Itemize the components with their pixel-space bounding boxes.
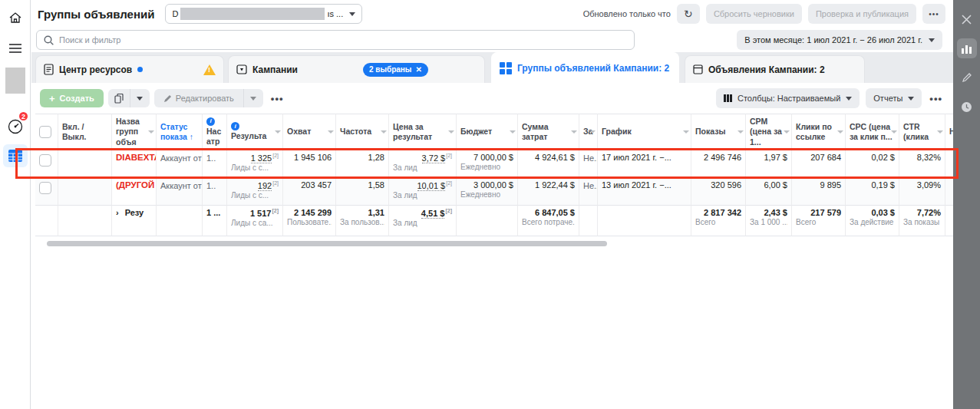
tab-ad-sets[interactable]: Группы объявлений Кампании: 2 [491, 52, 679, 83]
tab-label: Группы объявлений Кампании: 2 [517, 63, 669, 74]
home-icon[interactable] [0, 5, 31, 31]
col-header-results[interactable]: iРезульта [227, 114, 283, 150]
warning-icon [203, 64, 216, 75]
refresh-button[interactable]: ↻ [677, 4, 700, 24]
value[interactable]: (ДРУГОЙ ОФФЕР IT) [116, 180, 152, 191]
pencil-icon[interactable] [957, 68, 977, 87]
tab-ads[interactable]: Объявления Кампании: 2 [685, 55, 865, 83]
create-button[interactable]: + Создать [40, 89, 104, 107]
sort-caret-icon[interactable] [571, 130, 577, 134]
selected-count-pill[interactable]: 2 выбраны ✕ [363, 63, 428, 77]
table-icon[interactable] [3, 144, 28, 167]
discard-drafts-button[interactable]: Сбросить черновики [706, 4, 802, 24]
cell-end: Не... [579, 178, 598, 206]
col-header-end[interactable]: За [579, 114, 598, 150]
sort-caret-icon[interactable] [275, 130, 281, 134]
sort-caret-icon[interactable] [937, 130, 943, 134]
gauge-icon[interactable]: 2 [0, 114, 31, 140]
sort-caret-icon[interactable] [381, 130, 387, 134]
value: Не... [583, 180, 593, 191]
col-header-impressions[interactable]: Показы [691, 114, 746, 150]
value-sublabel: За показы [903, 218, 941, 226]
menu-icon[interactable] [0, 35, 31, 61]
row-checkbox[interactable] [39, 154, 51, 167]
col-label: CPC (цена за клик п... [850, 122, 895, 142]
info-icon[interactable]: i [231, 122, 239, 130]
col-header-cpr[interactable]: Цена за результат [389, 114, 457, 150]
sort-caret-icon[interactable] [737, 130, 744, 134]
tab-resource-center[interactable]: Центр ресурсов [35, 55, 224, 83]
col-header-freq[interactable]: Частота [336, 114, 389, 150]
pill-close-icon[interactable]: ✕ [415, 65, 421, 74]
pencil-icon [163, 94, 172, 103]
account-dropdown[interactable]: D ıs ... [165, 4, 362, 24]
value: 0,03 $ [850, 208, 895, 217]
search-box[interactable] [36, 30, 635, 50]
close-icon[interactable] [957, 9, 977, 29]
columns-label: Столбцы: Настраиваемый [737, 94, 840, 103]
select-all-checkbox[interactable] [39, 126, 51, 138]
account-dropdown-suffix: ıs ... [327, 9, 343, 18]
date-range-selector[interactable]: В этом месяце: 1 июл 2021 г. − 26 июл 20… [737, 30, 942, 50]
sort-caret-icon[interactable] [837, 130, 843, 134]
value-sublabel: За пользов... [340, 218, 384, 226]
sort-caret-icon[interactable] [328, 130, 334, 134]
horizontal-scrollbar[interactable] [47, 241, 607, 246]
account-thumbnail[interactable] [5, 68, 25, 94]
edit-button[interactable]: Редактировать [154, 89, 243, 107]
col-header-budget[interactable]: Бюджет [457, 114, 518, 150]
value: 10,01 $[2] [393, 180, 452, 190]
info-icon[interactable]: i [206, 117, 215, 126]
value: 1,58 [340, 180, 384, 190]
table-row: (ДРУГОЙ ОФФЕР IT)Аккаунт отключен1..192[… [35, 178, 954, 206]
reports-label: Отчеты [873, 94, 902, 103]
col-header-ctr[interactable]: CTR (клика [899, 114, 945, 150]
reports-button[interactable]: Отчеты [866, 88, 922, 108]
columns-button[interactable]: Столбцы: Настраиваемый [716, 88, 860, 108]
col-header-name[interactable]: Назва групп объя [112, 114, 157, 150]
clock-icon[interactable] [957, 97, 977, 117]
search-input[interactable] [59, 35, 627, 45]
cell-onoff [58, 150, 112, 178]
sort-caret-icon[interactable] [148, 130, 154, 134]
value: 2,43 $ [750, 208, 787, 217]
sort-caret-icon[interactable] [510, 130, 516, 134]
sort-caret-icon[interactable] [784, 130, 790, 134]
col-header-onoff[interactable]: Вкл. / Выкл. [58, 114, 112, 150]
row-checkbox[interactable] [39, 182, 51, 194]
refresh-icon: ↻ [684, 8, 693, 20]
duplicate-button[interactable] [108, 89, 130, 107]
col-header-attr[interactable]: iНас атр [203, 114, 227, 150]
value: 6 847,05 $ [522, 208, 575, 217]
review-publish-button[interactable]: Проверка и публикация [808, 4, 916, 24]
col-header-clicks[interactable]: Клики по ссылке [792, 114, 846, 150]
col-header-cpm[interactable]: CPM (цена за 1... [746, 114, 792, 150]
duplicate-caret-button[interactable] [130, 89, 150, 107]
value[interactable]: ›Резу [116, 208, 152, 217]
expand-chevron-icon[interactable]: › [116, 208, 119, 217]
edit-caret-button[interactable] [243, 89, 263, 107]
sort-caret-icon[interactable] [448, 130, 454, 134]
col-header-reach[interactable]: Охват [283, 114, 336, 150]
value: 9 895 [796, 180, 841, 190]
chevron-down-icon [908, 97, 914, 101]
tab-campaigns[interactable]: Кампании 2 выбраны ✕ [228, 55, 485, 83]
value[interactable]: DIABEXTAN PH [116, 153, 152, 163]
col-header-cpc[interactable]: CPC (цена за клик п... [846, 114, 899, 150]
chevron-down-icon [250, 97, 256, 101]
toolbar-right-more-button[interactable]: ••• [929, 93, 942, 104]
cell-clicks: 9 895 [792, 178, 846, 206]
sort-caret-icon[interactable] [891, 130, 897, 134]
footnote-marker: [2] [272, 208, 279, 213]
value: 8,32% [903, 153, 941, 162]
col-header-spent[interactable]: Сумма затрат [518, 114, 579, 150]
value: 0,19 $ [850, 180, 895, 190]
col-header-schedule[interactable]: График [598, 114, 691, 150]
sort-caret-icon[interactable] [589, 130, 596, 134]
toolbar-more-button[interactable]: ••• [271, 93, 284, 104]
value: 2 817 342 [695, 208, 741, 217]
sort-caret-icon[interactable] [683, 130, 689, 134]
col-header-status[interactable]: Статус показа ↑ [157, 114, 203, 150]
topbar-more-button[interactable]: ••• [922, 4, 945, 24]
bar-chart-icon[interactable] [957, 38, 977, 58]
